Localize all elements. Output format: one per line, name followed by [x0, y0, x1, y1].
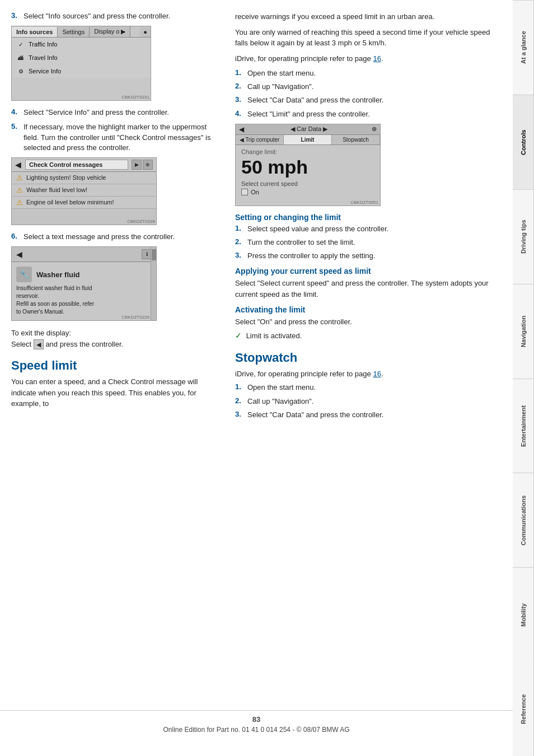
car-data-settings-icon[interactable]: ⊕ — [372, 125, 377, 133]
check-control-header: ◀ Check Control messages ▶ ⊕ — [12, 158, 156, 172]
car-data-back-icon[interactable]: ◀ — [239, 125, 244, 133]
exit-note: To exit the display: Select ◀ and press … — [11, 328, 218, 349]
tab-strip: At a glance Controls Driving tips Naviga… — [513, 0, 534, 756]
screen-item-traffic-info[interactable]: ✓ Traffic Info — [12, 38, 151, 51]
washer-scroll-thumb[interactable] — [152, 249, 156, 260]
car-tab-limit[interactable]: Limit — [284, 135, 332, 144]
screen-caption-2: CBKDZT0228 — [127, 219, 155, 224]
car-data-caption: CBKDZT0051 — [236, 199, 380, 206]
tab-mobility[interactable]: Mobility — [513, 567, 534, 662]
setting-step-3-text: Press the controller to apply the settin… — [247, 251, 375, 261]
applying-speed-text: Select "Select current speed" and press … — [235, 278, 502, 300]
right-step-1-num: 1. — [235, 68, 245, 77]
stopwatch-step-1-text: Open the start menu. — [247, 382, 316, 393]
page-number: 83 — [0, 715, 513, 724]
speed-display: 50 mph — [241, 156, 374, 178]
warning-text-2: Washer fluid level low! — [26, 186, 87, 193]
setting-step-2-text: Turn the controller to set the limit. — [247, 237, 355, 248]
check-info-button[interactable]: ⊕ — [143, 160, 153, 170]
screen-caption-3: CBKDZT0229 — [121, 315, 149, 320]
washer-icon-row: 🔧 Washer fluid — [16, 267, 152, 282]
washer-back-icon[interactable]: ◀ — [16, 250, 22, 259]
right-step-1: 1. Open the start menu. — [235, 68, 502, 78]
info-sources-screen: Info sources Settings Display o ▶ ● ✓ Tr… — [11, 26, 151, 101]
setting-step-2-num: 2. — [235, 237, 245, 246]
setting-step-1-num: 1. — [235, 224, 245, 232]
car-data-header: ◀ ◀ Car Data ▶ ⊕ — [236, 124, 380, 135]
warning-text-1: Lighting system! Stop vehicle — [26, 174, 106, 181]
washer-scrollbar[interactable] — [151, 247, 156, 320]
select-speed-text: Select current speed — [241, 180, 374, 187]
check-header-buttons: ▶ ⊕ — [130, 160, 153, 170]
stopwatch-page-link[interactable]: 16 — [373, 370, 381, 378]
setting-step-3-num: 3. — [235, 251, 245, 259]
right-steps-list: 1. Open the start menu. 2. Call up "Navi… — [235, 68, 502, 119]
warning-item-washer[interactable]: ⚠ Washer fluid level low! — [12, 184, 156, 197]
right-step-2-num: 2. — [235, 82, 245, 90]
info-icon-button[interactable]: ● — [140, 27, 151, 37]
step-5-text: If necessary, move the highlight marker … — [24, 122, 218, 153]
setting-step-1: 1. Select speed value and press the cont… — [235, 224, 502, 234]
stopwatch-step-2-num: 2. — [235, 396, 245, 405]
tab-mobility-label: Mobility — [520, 603, 527, 627]
car-tab-trip-computer[interactable]: ◀ Trip computer — [236, 135, 284, 144]
footer: 83 Online Edition for Part no. 01 41 0 0… — [0, 710, 513, 734]
tab-navigation[interactable]: Navigation — [513, 284, 534, 379]
activating-result: ✓ Limit is activated. — [235, 330, 502, 342]
stopwatch-step-2: 2. Call up "Navigation". — [235, 396, 502, 407]
tab-driving-tips[interactable]: Driving tips — [513, 189, 534, 284]
stopwatch-step-1-num: 1. — [235, 382, 245, 391]
stopwatch-step-2-text: Call up "Navigation". — [247, 396, 313, 407]
info-sources-header: Info sources Settings Display o ▶ ● — [12, 26, 151, 38]
tab-communications[interactable]: Communications — [513, 473, 534, 567]
back-icon: ◀ — [34, 339, 44, 350]
tab-at-a-glance[interactable]: At a glance — [513, 0, 534, 95]
tab-controls[interactable]: Controls — [513, 95, 534, 189]
setting-limit-heading: Setting or changing the limit — [235, 213, 502, 222]
traffic-info-label: Traffic Info — [29, 41, 57, 48]
activating-text: Select "On" and press the controller. — [235, 316, 502, 328]
tab-navigation-label: Navigation — [520, 315, 527, 347]
change-limit-label: Change limit: — [241, 148, 374, 155]
stopwatch-steps-list: 1. Open the start menu. 2. Call up "Navi… — [235, 382, 502, 420]
tab-display[interactable]: Display o ▶ — [90, 26, 130, 37]
activating-limit-heading: Activating the limit — [235, 305, 502, 314]
right-step-3-text: Select "Car Data" and press the controll… — [247, 95, 383, 105]
on-checkbox-row[interactable]: On — [241, 189, 374, 195]
tab-at-a-glance-label: At a glance — [520, 31, 527, 64]
check-arrow-button[interactable]: ▶ — [132, 160, 142, 170]
step-3-number: 3. — [11, 11, 21, 20]
check-back-icon[interactable]: ◀ — [15, 160, 23, 169]
tab-entertainment[interactable]: Entertainment — [513, 379, 534, 473]
stopwatch-step-1: 1. Open the start menu. — [235, 382, 502, 393]
right-step-3: 3. Select "Car Data" and press the contr… — [235, 95, 502, 105]
step-5-number: 5. — [11, 122, 21, 130]
on-checkbox[interactable] — [241, 189, 248, 195]
step-4-text: Select "Service Info" and press the cont… — [24, 108, 169, 118]
exit-note-text: and press the controller. — [45, 340, 123, 348]
step-4-number: 4. — [11, 108, 21, 116]
tab-settings[interactable]: Settings — [58, 27, 90, 37]
right-intro-1: receive warnings if you exceed a speed l… — [235, 11, 502, 22]
right-step-3-num: 3. — [235, 95, 245, 104]
warning-text-3: Engine oil level below minimum! — [26, 199, 114, 206]
right-step-4-text: Select "Limit" and press the controller. — [247, 109, 370, 119]
tab-entertainment-label: Entertainment — [520, 405, 527, 446]
activating-result-text: Limit is activated. — [246, 332, 302, 340]
screen-item-service-info[interactable]: ⚙ Service Info — [12, 64, 151, 78]
right-step-2: 2. Call up "Navigation". — [235, 82, 502, 92]
page-link-16[interactable]: 16 — [373, 54, 381, 63]
warning-item-lighting[interactable]: ⚠ Lighting system! Stop vehicle — [12, 172, 156, 184]
screen-item-travel-info[interactable]: 🏙 Travel Info — [12, 51, 151, 64]
tab-controls-label: Controls — [520, 129, 527, 155]
tab-driving-tips-label: Driving tips — [520, 220, 527, 254]
applying-speed-heading: Applying your current speed as limit — [235, 267, 502, 276]
tab-reference[interactable]: Reference — [513, 662, 534, 756]
travel-info-label: Travel Info — [29, 54, 58, 61]
warning-icon-2: ⚠ — [16, 186, 23, 194]
washer-fluid-screen: ◀ ℹ 🔧 Washer fluid Insufficient washer f… — [11, 246, 157, 321]
tab-info-sources[interactable]: Info sources — [12, 27, 58, 37]
warning-item-engine-oil[interactable]: ⚠ Engine oil level below minimum! — [12, 197, 156, 209]
car-tab-stopwatch[interactable]: Stopwatch — [332, 135, 380, 144]
stopwatch-heading: Stopwatch — [235, 351, 502, 365]
